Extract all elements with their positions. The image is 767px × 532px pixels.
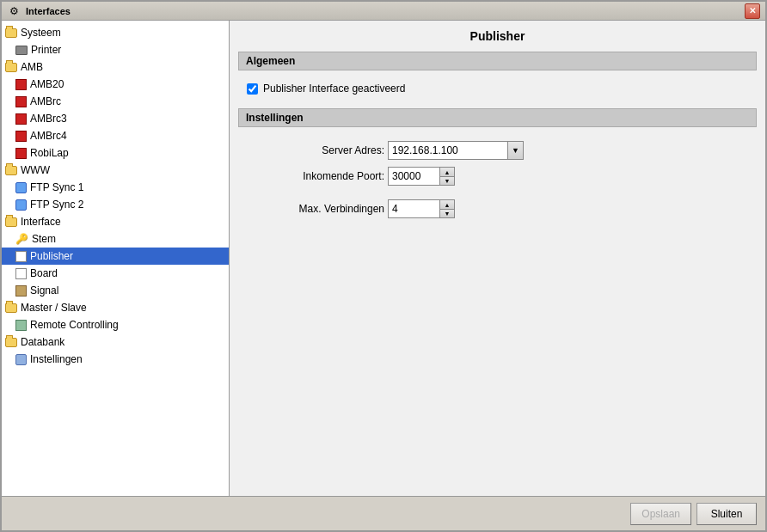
server-adres-dropdown-btn[interactable]: ▼	[508, 141, 524, 160]
red-icon	[15, 96, 27, 107]
tree-label: Instellingen	[30, 353, 83, 365]
tree-label: AMBrc4	[30, 130, 67, 142]
section-instellingen-header: Instellingen	[238, 108, 757, 127]
tree-label: FTP Sync 1	[30, 181, 83, 193]
red-icon	[15, 131, 27, 142]
max-verbindingen-spinner: ▲ ▼	[439, 199, 455, 218]
max-verbindingen-down[interactable]: ▼	[439, 209, 455, 218]
publisher-activated-checkbox[interactable]	[247, 83, 258, 95]
window-title: Interfaces	[26, 6, 745, 16]
folder-icon	[5, 28, 17, 38]
max-verbindingen-wrapper: ▲ ▼	[388, 199, 748, 218]
tree-item-ftpsync1[interactable]: FTP Sync 1	[2, 179, 229, 196]
ftp-icon	[15, 199, 27, 211]
server-adres-label: Server Adres:	[247, 144, 384, 156]
tree-label: Stem	[32, 233, 56, 245]
inkomende-poort-spinner: ▲ ▼	[439, 167, 455, 186]
right-panel: Publisher Algemeen Publisher Interface g…	[230, 21, 765, 496]
red-icon	[15, 113, 27, 125]
settings-form: Server Adres: 192.168.1.100 ▼ Inkomende …	[247, 138, 748, 222]
tree-label: AMB20	[30, 78, 64, 90]
folder-icon	[5, 303, 17, 313]
tree-label: Publisher	[30, 250, 73, 262]
tree-item-masterslave[interactable]: Master / Slave	[2, 299, 229, 316]
folder-icon	[5, 338, 17, 347]
tree-item-remote[interactable]: Remote Controlling	[2, 316, 229, 333]
tree-label: Databank	[21, 336, 64, 348]
tree-item-signal[interactable]: Signal	[2, 282, 229, 299]
tree-item-publisher[interactable]: Publisher	[2, 248, 229, 265]
section-algemeen-body: Publisher Interface geactiveerd	[238, 76, 757, 101]
tree-label: AMBrc3	[30, 113, 67, 125]
window-icon: ⚙	[7, 4, 21, 18]
inkomende-poort-up[interactable]: ▲	[439, 167, 455, 176]
inkomende-poort-input[interactable]	[388, 167, 439, 186]
settings-icon	[15, 354, 27, 365]
section-algemeen-header: Algemeen	[238, 52, 757, 70]
tree-label: Printer	[31, 44, 61, 56]
tree-label: FTP Sync 2	[30, 199, 83, 211]
inkomende-poort-wrapper: ▲ ▼	[388, 167, 748, 186]
publisher-activated-row: Publisher Interface geactiveerd	[247, 81, 748, 96]
inkomende-poort-down[interactable]: ▼	[439, 176, 455, 186]
max-verbindingen-up[interactable]: ▲	[439, 199, 455, 209]
panel-title: Publisher	[238, 29, 757, 43]
folder-icon	[5, 63, 17, 72]
close-button[interactable]: ✕	[745, 3, 760, 19]
folder-icon	[5, 217, 17, 227]
title-bar: ⚙ Interfaces ✕	[2, 2, 765, 21]
main-window: ⚙ Interfaces ✕ Systeem Printer AMB	[0, 0, 767, 532]
tree-item-ambrc3[interactable]: AMBrc3	[2, 110, 229, 127]
tree-label: Systeem	[21, 27, 61, 39]
tree-item-amb[interactable]: AMB	[2, 58, 229, 76]
tree-label: Interface	[21, 216, 61, 228]
opslaan-button[interactable]: Opslaan	[630, 503, 691, 525]
tree-item-instellingen[interactable]: Instellingen	[2, 351, 229, 368]
tree-label: Board	[30, 267, 58, 279]
ftp-icon	[15, 182, 27, 193]
sluiten-button[interactable]: Sluiten	[696, 503, 757, 525]
tree-item-robilap[interactable]: RobiLap	[2, 144, 229, 162]
max-verbindingen-label: Max. Verbindingen	[247, 203, 384, 215]
signal-icon	[15, 285, 27, 297]
tree-item-stem[interactable]: 🔑 Stem	[2, 230, 229, 248]
tree-label: Master / Slave	[21, 302, 87, 314]
publisher-icon	[15, 251, 27, 262]
max-verbindingen-input[interactable]	[388, 199, 439, 218]
tree-item-printer[interactable]: Printer	[2, 41, 229, 58]
tree-panel: Systeem Printer AMB AMB20 AMBrc	[2, 21, 230, 496]
tree-label: RobiLap	[30, 147, 69, 159]
tree-item-board[interactable]: Board	[2, 265, 229, 282]
red-icon	[15, 79, 27, 90]
tree-label: Signal	[30, 284, 58, 297]
section-instellingen-body: Server Adres: 192.168.1.100 ▼ Inkomende …	[238, 132, 757, 227]
server-adres-select[interactable]: 192.168.1.100	[388, 141, 508, 160]
printer-icon	[15, 46, 28, 55]
inkomende-poort-label: Inkomende Poort:	[247, 170, 384, 182]
tree-item-ambrc[interactable]: AMBrc	[2, 93, 229, 110]
tree-label: Remote Controlling	[30, 319, 119, 331]
board-icon	[15, 268, 27, 279]
tree-label: AMB	[21, 61, 43, 73]
tree-item-systeem[interactable]: Systeem	[2, 24, 229, 41]
tree-item-ambrc4[interactable]: AMBrc4	[2, 127, 229, 144]
tree-label: AMBrc	[30, 95, 61, 107]
key-icon: 🔑	[15, 233, 28, 245]
footer: Opslaan Sluiten	[2, 496, 765, 530]
red-icon	[15, 148, 27, 159]
tree-item-amb20[interactable]: AMB20	[2, 76, 229, 93]
tree-item-ftpsync2[interactable]: FTP Sync 2	[2, 196, 229, 213]
folder-icon	[5, 166, 17, 175]
tree-label: WWW	[21, 164, 50, 176]
tree-item-www[interactable]: WWW	[2, 162, 229, 179]
content-area: Systeem Printer AMB AMB20 AMBrc	[2, 21, 765, 496]
server-adres-wrapper: 192.168.1.100 ▼	[388, 141, 748, 160]
tree-item-databank[interactable]: Databank	[2, 333, 229, 351]
remote-icon	[15, 320, 27, 331]
publisher-activated-label: Publisher Interface geactiveerd	[263, 83, 405, 95]
tree-item-interface[interactable]: Interface	[2, 213, 229, 230]
